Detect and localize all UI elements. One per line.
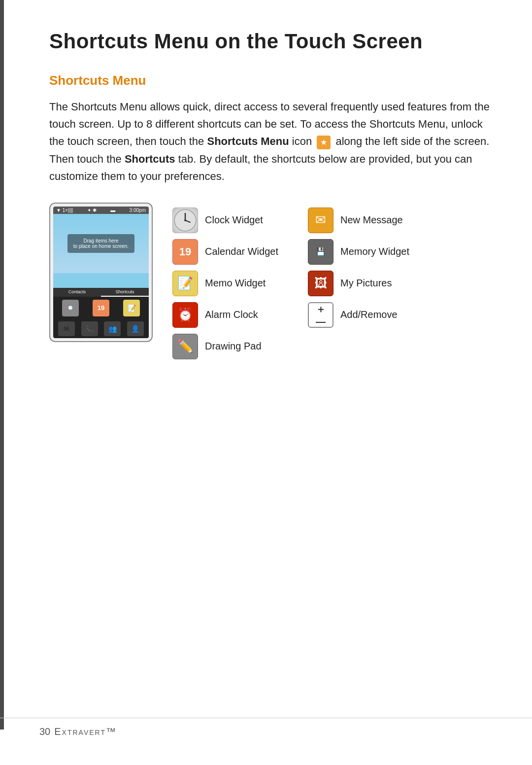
drawing-pad-icon: ✏️ <box>172 334 198 359</box>
shortcut-col-1: Clock Widget 19 Calendar Widget 📝 Memo W… <box>172 208 278 359</box>
phone-widget-clock: 🕒 <box>62 300 79 316</box>
new-message-label: New Message <box>340 214 403 226</box>
phone-screen-bg: Drag items here to place on home screen. <box>53 214 149 273</box>
list-item: Clock Widget <box>172 208 278 233</box>
list-item: ✏️ Drawing Pad <box>172 334 278 359</box>
alarm-clock-icon: ⏰ <box>172 302 198 328</box>
phone-tab-shortcuts[interactable]: Shortcuts <box>101 288 149 297</box>
calendar-widget-icon: 19 <box>172 239 198 265</box>
drawing-pad-label: Drawing Pad <box>205 341 262 352</box>
phone-tab-contacts[interactable]: Contacts <box>53 288 101 297</box>
phone-screen: Drag items here to place on home screen. <box>53 214 149 288</box>
status-battery: ▬ <box>110 208 115 213</box>
memo-widget-label: Memo Widget <box>205 278 266 289</box>
left-bar <box>0 0 4 730</box>
page-title: Shortcuts Menu on the Touch Screen <box>49 30 493 53</box>
calendar-widget-label: Calendar Widget <box>205 246 278 257</box>
phone-bottom-contacts: 👥 <box>104 321 121 336</box>
list-item: 📝 Memo Widget <box>172 271 278 296</box>
shortcuts-cols: Clock Widget 19 Calendar Widget 📝 Memo W… <box>172 203 493 359</box>
phone-widgets-row: 🕒 19 📝 <box>53 297 149 319</box>
phone-statusbar: ▼ 1×|||| ✦ ✱ ▬ 3:00pm <box>53 207 149 214</box>
memo-widget-icon: 📝 <box>172 271 198 296</box>
phone-mockup: ▼ 1×|||| ✦ ✱ ▬ 3:00pm Drag items here to… <box>49 203 153 342</box>
phone-widget-memo: 📝 <box>123 300 140 316</box>
status-time: 3:00pm <box>130 208 146 213</box>
new-message-icon: ✉ <box>308 208 333 233</box>
main-section: ▼ 1×|||| ✦ ✱ ▬ 3:00pm Drag items here to… <box>49 203 493 359</box>
phone-tabs: Contacts Shortcuts <box>53 288 149 297</box>
section-title: Shortcuts Menu <box>49 73 493 88</box>
clock-widget-label: Clock Widget <box>205 214 263 226</box>
phone-bottom-message: ✉ <box>58 321 75 336</box>
list-item: ＋— Add/Remove <box>308 302 409 328</box>
footer: 30 Extravert™ <box>0 718 532 745</box>
add-remove-label: Add/Remove <box>340 309 398 320</box>
list-item: 19 Calendar Widget <box>172 239 278 265</box>
shortcuts-menu-icon <box>317 136 331 149</box>
page-number: 30 <box>39 726 50 737</box>
list-item: ⏰ Alarm Clock <box>172 302 278 328</box>
memory-widget-icon: 💾 <box>308 239 333 265</box>
page-content: Shortcuts Menu on the Touch Screen Short… <box>0 0 532 399</box>
phone-bottom-row: ✉ 📞 👥 👤 <box>53 319 149 338</box>
list-item: ✉ New Message <box>308 208 409 233</box>
my-pictures-icon: 🖼 <box>308 271 333 296</box>
memory-widget-label: Memory Widget <box>340 246 409 257</box>
phone-bottom-person: 👤 <box>127 321 144 336</box>
list-item: 💾 Memory Widget <box>308 239 409 265</box>
list-item: 🖼 My Pictures <box>308 271 409 296</box>
add-remove-icon: ＋— <box>308 302 333 328</box>
alarm-clock-label: Alarm Clock <box>205 309 258 320</box>
status-left: ▼ 1×|||| <box>56 208 73 213</box>
phone-widget-calendar: 19 <box>93 300 109 316</box>
clock-widget-icon <box>172 208 198 233</box>
phone-bottom-phone: 📞 <box>81 321 98 336</box>
shortcut-col-2: ✉ New Message 💾 Memory Widget 🖼 My Pictu… <box>308 208 409 359</box>
my-pictures-label: My Pictures <box>340 278 392 289</box>
drag-label: Drag items here to place on home screen. <box>67 234 134 253</box>
brand-name: Extravert™ <box>54 726 117 737</box>
body-paragraph: The Shortcuts Menu allows quick, direct … <box>49 98 493 185</box>
